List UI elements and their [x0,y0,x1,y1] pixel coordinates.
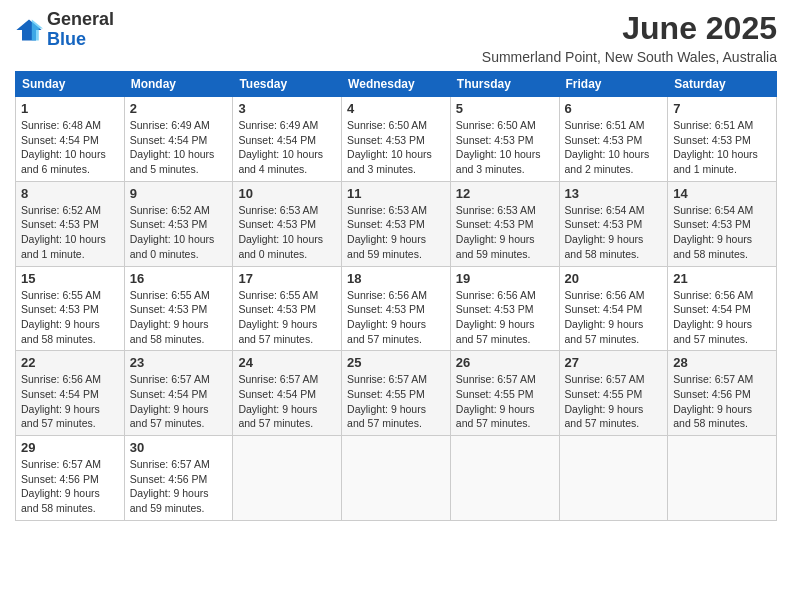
calendar-cell: 3 Sunrise: 6:49 AM Sunset: 4:54 PM Dayli… [233,97,342,182]
day-number: 22 [21,355,119,370]
day-detail: Sunrise: 6:48 AM Sunset: 4:54 PM Dayligh… [21,118,119,177]
day-detail: Sunrise: 6:57 AM Sunset: 4:55 PM Dayligh… [456,372,554,431]
calendar-cell: 30 Sunrise: 6:57 AM Sunset: 4:56 PM Dayl… [124,436,233,521]
day-number: 6 [565,101,663,116]
day-number: 15 [21,271,119,286]
day-number: 25 [347,355,445,370]
calendar-cell: 29 Sunrise: 6:57 AM Sunset: 4:56 PM Dayl… [16,436,125,521]
day-number: 1 [21,101,119,116]
weekday-header-row: SundayMondayTuesdayWednesdayThursdayFrid… [16,72,777,97]
calendar-cell: 13 Sunrise: 6:54 AM Sunset: 4:53 PM Dayl… [559,181,668,266]
calendar-cell: 20 Sunrise: 6:56 AM Sunset: 4:54 PM Dayl… [559,266,668,351]
day-number: 18 [347,271,445,286]
weekday-header: Wednesday [342,72,451,97]
weekday-header: Sunday [16,72,125,97]
day-number: 16 [130,271,228,286]
weekday-header: Monday [124,72,233,97]
day-number: 2 [130,101,228,116]
calendar-cell: 24 Sunrise: 6:57 AM Sunset: 4:54 PM Dayl… [233,351,342,436]
calendar-cell: 26 Sunrise: 6:57 AM Sunset: 4:55 PM Dayl… [450,351,559,436]
day-number: 12 [456,186,554,201]
calendar-cell: 16 Sunrise: 6:55 AM Sunset: 4:53 PM Dayl… [124,266,233,351]
day-detail: Sunrise: 6:57 AM Sunset: 4:55 PM Dayligh… [347,372,445,431]
day-detail: Sunrise: 6:56 AM Sunset: 4:54 PM Dayligh… [21,372,119,431]
logo: General Blue [15,10,114,50]
calendar-cell: 12 Sunrise: 6:53 AM Sunset: 4:53 PM Dayl… [450,181,559,266]
calendar-cell: 9 Sunrise: 6:52 AM Sunset: 4:53 PM Dayli… [124,181,233,266]
calendar-cell [342,436,451,521]
day-detail: Sunrise: 6:51 AM Sunset: 4:53 PM Dayligh… [673,118,771,177]
day-number: 13 [565,186,663,201]
weekday-header: Friday [559,72,668,97]
day-number: 4 [347,101,445,116]
calendar-cell: 6 Sunrise: 6:51 AM Sunset: 4:53 PM Dayli… [559,97,668,182]
month-title: June 2025 [482,10,777,47]
day-number: 11 [347,186,445,201]
day-detail: Sunrise: 6:50 AM Sunset: 4:53 PM Dayligh… [456,118,554,177]
day-detail: Sunrise: 6:50 AM Sunset: 4:53 PM Dayligh… [347,118,445,177]
calendar-cell: 11 Sunrise: 6:53 AM Sunset: 4:53 PM Dayl… [342,181,451,266]
calendar-cell: 14 Sunrise: 6:54 AM Sunset: 4:53 PM Dayl… [668,181,777,266]
day-number: 8 [21,186,119,201]
day-number: 20 [565,271,663,286]
title-area: June 2025 Summerland Point, New South Wa… [482,10,777,65]
calendar-week-row: 8 Sunrise: 6:52 AM Sunset: 4:53 PM Dayli… [16,181,777,266]
weekday-header: Thursday [450,72,559,97]
day-number: 29 [21,440,119,455]
day-number: 28 [673,355,771,370]
calendar-cell [559,436,668,521]
day-number: 26 [456,355,554,370]
location-subtitle: Summerland Point, New South Wales, Austr… [482,49,777,65]
calendar-cell: 4 Sunrise: 6:50 AM Sunset: 4:53 PM Dayli… [342,97,451,182]
weekday-header: Saturday [668,72,777,97]
day-number: 10 [238,186,336,201]
day-number: 23 [130,355,228,370]
calendar-cell: 25 Sunrise: 6:57 AM Sunset: 4:55 PM Dayl… [342,351,451,436]
calendar-cell [233,436,342,521]
calendar-cell: 27 Sunrise: 6:57 AM Sunset: 4:55 PM Dayl… [559,351,668,436]
day-detail: Sunrise: 6:49 AM Sunset: 4:54 PM Dayligh… [130,118,228,177]
calendar-cell [668,436,777,521]
day-number: 21 [673,271,771,286]
calendar-cell: 10 Sunrise: 6:53 AM Sunset: 4:53 PM Dayl… [233,181,342,266]
day-detail: Sunrise: 6:55 AM Sunset: 4:53 PM Dayligh… [21,288,119,347]
day-detail: Sunrise: 6:52 AM Sunset: 4:53 PM Dayligh… [130,203,228,262]
calendar-week-row: 22 Sunrise: 6:56 AM Sunset: 4:54 PM Dayl… [16,351,777,436]
day-detail: Sunrise: 6:53 AM Sunset: 4:53 PM Dayligh… [347,203,445,262]
calendar-cell: 28 Sunrise: 6:57 AM Sunset: 4:56 PM Dayl… [668,351,777,436]
calendar-cell [450,436,559,521]
calendar-cell: 5 Sunrise: 6:50 AM Sunset: 4:53 PM Dayli… [450,97,559,182]
calendar-cell: 17 Sunrise: 6:55 AM Sunset: 4:53 PM Dayl… [233,266,342,351]
calendar-week-row: 1 Sunrise: 6:48 AM Sunset: 4:54 PM Dayli… [16,97,777,182]
day-number: 3 [238,101,336,116]
day-detail: Sunrise: 6:56 AM Sunset: 4:54 PM Dayligh… [673,288,771,347]
calendar-cell: 7 Sunrise: 6:51 AM Sunset: 4:53 PM Dayli… [668,97,777,182]
day-detail: Sunrise: 6:56 AM Sunset: 4:53 PM Dayligh… [347,288,445,347]
day-detail: Sunrise: 6:56 AM Sunset: 4:53 PM Dayligh… [456,288,554,347]
calendar-cell: 8 Sunrise: 6:52 AM Sunset: 4:53 PM Dayli… [16,181,125,266]
day-detail: Sunrise: 6:53 AM Sunset: 4:53 PM Dayligh… [238,203,336,262]
day-number: 14 [673,186,771,201]
calendar-cell: 2 Sunrise: 6:49 AM Sunset: 4:54 PM Dayli… [124,97,233,182]
logo-blue-text: Blue [47,29,86,49]
calendar-cell: 19 Sunrise: 6:56 AM Sunset: 4:53 PM Dayl… [450,266,559,351]
calendar-cell: 15 Sunrise: 6:55 AM Sunset: 4:53 PM Dayl… [16,266,125,351]
day-detail: Sunrise: 6:51 AM Sunset: 4:53 PM Dayligh… [565,118,663,177]
calendar-table: SundayMondayTuesdayWednesdayThursdayFrid… [15,71,777,521]
day-number: 7 [673,101,771,116]
day-detail: Sunrise: 6:57 AM Sunset: 4:56 PM Dayligh… [130,457,228,516]
day-number: 24 [238,355,336,370]
day-detail: Sunrise: 6:57 AM Sunset: 4:56 PM Dayligh… [21,457,119,516]
calendar-cell: 21 Sunrise: 6:56 AM Sunset: 4:54 PM Dayl… [668,266,777,351]
calendar-cell: 23 Sunrise: 6:57 AM Sunset: 4:54 PM Dayl… [124,351,233,436]
logo-general-text: General [47,9,114,29]
day-detail: Sunrise: 6:57 AM Sunset: 4:55 PM Dayligh… [565,372,663,431]
day-detail: Sunrise: 6:54 AM Sunset: 4:53 PM Dayligh… [673,203,771,262]
header: General Blue June 2025 Summerland Point,… [15,10,777,65]
calendar-week-row: 15 Sunrise: 6:55 AM Sunset: 4:53 PM Dayl… [16,266,777,351]
day-number: 19 [456,271,554,286]
calendar-cell: 1 Sunrise: 6:48 AM Sunset: 4:54 PM Dayli… [16,97,125,182]
day-detail: Sunrise: 6:49 AM Sunset: 4:54 PM Dayligh… [238,118,336,177]
day-detail: Sunrise: 6:54 AM Sunset: 4:53 PM Dayligh… [565,203,663,262]
day-number: 17 [238,271,336,286]
